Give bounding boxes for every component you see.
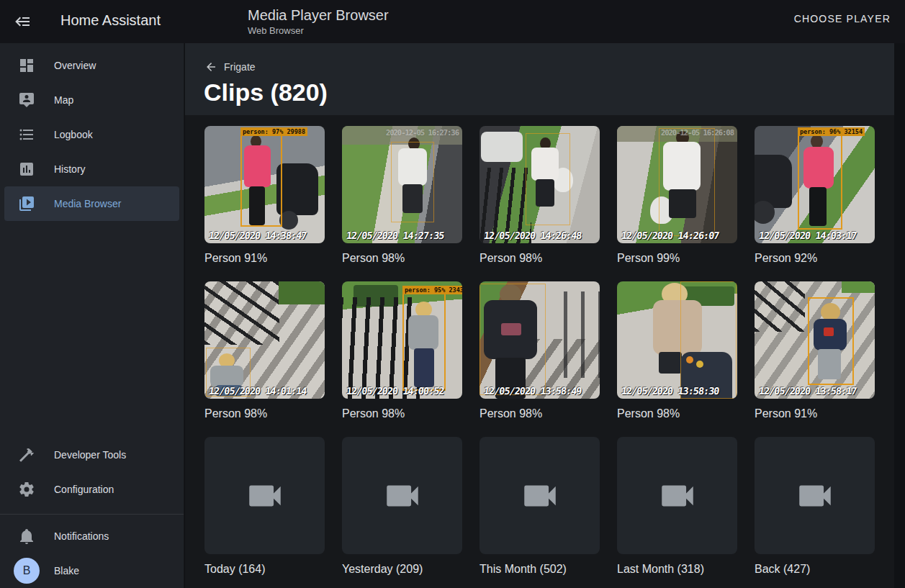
clip-caption: Person 98% bbox=[342, 251, 462, 265]
breadcrumb[interactable]: Frigate bbox=[204, 60, 256, 73]
clip-thumbnail[interactable]: 2020-12-05 16:26:08 12/05/2020 14:26:07 bbox=[617, 126, 737, 243]
scene-art bbox=[279, 281, 325, 304]
clip-caption: Person 98% bbox=[204, 407, 325, 420]
video-camera-icon bbox=[794, 475, 836, 517]
backburger-menu-icon bbox=[14, 13, 32, 30]
sidebar-item-developer-tools[interactable]: Developer Tools bbox=[4, 438, 179, 472]
gear-icon bbox=[18, 481, 35, 498]
sidebar-divider bbox=[0, 514, 184, 515]
sidebar-item-map[interactable]: Map bbox=[4, 83, 179, 117]
sidebar-item-label: History bbox=[54, 163, 86, 175]
page-subtitle: Web Browser bbox=[248, 25, 389, 36]
detection-bbox bbox=[808, 297, 854, 385]
detection-bbox: person: 95% 23432 bbox=[402, 293, 446, 391]
sidebar-item-logbook[interactable]: Logbook bbox=[4, 117, 179, 152]
folder-label: Back (427) bbox=[755, 562, 875, 576]
clip-card[interactable]: 2020-12-05 16:27:36 12/05/2020 14:27:35 … bbox=[342, 126, 462, 265]
sidebar-item-label: Notifications bbox=[54, 530, 109, 542]
scrollbar-track[interactable] bbox=[894, 43, 905, 588]
clip-thumbnail[interactable]: 2020-12-05 16:27:36 12/05/2020 14:27:35 bbox=[342, 126, 462, 243]
timestamp-overlay: 12/05/2020 14:38:47 bbox=[208, 230, 307, 241]
detection-bbox bbox=[526, 133, 570, 225]
folder-label: This Month (502) bbox=[479, 562, 600, 576]
timestamp-overlay: 12/05/2020 14:03:17 bbox=[758, 230, 857, 241]
video-camera-icon bbox=[657, 475, 698, 517]
sidebar-item-label: Configuration bbox=[54, 484, 114, 495]
clip-card[interactable]: 12/05/2020 14:01:14 Person 98% bbox=[204, 281, 325, 420]
sidebar-item-media-browser[interactable]: Media Browser bbox=[4, 186, 179, 221]
folder-thumbnail[interactable] bbox=[755, 437, 875, 554]
clip-thumbnail[interactable]: 12/05/2020 13:58:30 bbox=[617, 281, 737, 399]
folder-card[interactable]: Yesterday (209) bbox=[342, 437, 462, 576]
media-browser-content: Frigate Clips (820) person: 97% 29988 12… bbox=[185, 43, 905, 588]
sidebar-toggle-button[interactable] bbox=[9, 7, 37, 36]
sidebar-nav-list: Overview Map Logbook History Media Brows… bbox=[0, 43, 184, 221]
clip-card[interactable]: person: 95% 23432 12/05/2020 14:00:52 Pe… bbox=[342, 281, 462, 420]
sidebar-item-label: Map bbox=[54, 94, 73, 106]
timestamp-overlay: 12/05/2020 14:26:48 bbox=[483, 230, 582, 241]
video-camera-icon bbox=[519, 475, 561, 517]
clip-thumbnail[interactable]: 12/05/2020 14:01:14 bbox=[204, 281, 325, 399]
clip-thumbnail[interactable]: person: 97% 29988 12/05/2020 14:38:47 bbox=[204, 126, 325, 243]
back-arrow-icon bbox=[204, 60, 217, 73]
timestamp-overlay: 12/05/2020 14:26:07 bbox=[621, 230, 719, 241]
avatar: B bbox=[14, 558, 40, 584]
clip-thumbnail[interactable]: 12/05/2020 13:58:49 bbox=[479, 281, 600, 399]
logbook-list-icon bbox=[18, 126, 35, 143]
folder-card[interactable]: Back (427) bbox=[755, 437, 875, 576]
clip-thumbnail[interactable]: person: 95% 23432 12/05/2020 14:00:52 bbox=[342, 281, 462, 399]
timestamp-overlay: 12/05/2020 13:58:17 bbox=[758, 385, 857, 397]
clip-card[interactable]: 12/05/2020 13:58:30 Person 98% bbox=[617, 281, 737, 420]
detection-label: person: 97% 29988 bbox=[240, 127, 307, 136]
sidebar-item-history[interactable]: History bbox=[4, 152, 179, 186]
clip-caption: Person 92% bbox=[755, 251, 875, 265]
clip-thumbnail[interactable]: 12/05/2020 14:26:48 bbox=[479, 126, 600, 243]
clip-thumbnail[interactable]: 12/05/2020 13:58:17 bbox=[755, 281, 875, 399]
clip-caption: Person 91% bbox=[755, 407, 875, 420]
detection-bbox bbox=[659, 128, 715, 236]
sidebar-item-label: Overview bbox=[54, 60, 96, 71]
detection-bbox bbox=[391, 142, 434, 222]
clip-caption: Person 98% bbox=[479, 407, 600, 420]
scene-art bbox=[481, 132, 523, 162]
camera-corner-timestamp: 2020-12-05 16:27:36 bbox=[386, 128, 459, 137]
sidebar-item-overview[interactable]: Overview bbox=[4, 48, 179, 83]
scene-art bbox=[564, 291, 600, 378]
scene-art bbox=[204, 281, 279, 345]
clip-caption: Person 98% bbox=[342, 407, 462, 420]
map-person-icon bbox=[18, 91, 35, 109]
clip-card[interactable]: 12/05/2020 14:26:48 Person 98% bbox=[479, 126, 600, 265]
sidebar-item-label: Media Browser bbox=[54, 198, 121, 209]
folder-card[interactable]: This Month (502) bbox=[479, 437, 600, 576]
sidebar-item-notifications[interactable]: Notifications bbox=[4, 519, 179, 553]
clip-card[interactable]: 12/05/2020 13:58:49 Person 98% bbox=[479, 281, 600, 420]
clip-card[interactable]: 2020-12-05 16:26:08 12/05/2020 14:26:07 … bbox=[617, 126, 737, 265]
folder-label: Last Month (318) bbox=[617, 562, 737, 576]
folder-thumbnail[interactable] bbox=[342, 437, 462, 554]
clip-card[interactable]: 12/05/2020 13:58:17 Person 91% bbox=[755, 281, 875, 420]
video-camera-icon bbox=[382, 475, 423, 517]
detection-label: person: 95% 23432 bbox=[402, 286, 462, 294]
folder-thumbnail[interactable] bbox=[204, 437, 325, 554]
sidebar-item-user-profile[interactable]: B Blake bbox=[4, 553, 179, 588]
detection-bbox: person: 96% 32154 bbox=[798, 135, 842, 230]
folder-card[interactable]: Today (164) bbox=[204, 437, 325, 576]
sidebar-item-label: Developer Tools bbox=[54, 449, 126, 461]
scene-art bbox=[659, 352, 682, 374]
sidebar-spacer bbox=[0, 221, 184, 438]
timestamp-overlay: 12/05/2020 14:27:35 bbox=[346, 230, 444, 241]
clip-card[interactable]: person: 96% 32154 12/05/2020 14:03:17 Pe… bbox=[755, 126, 875, 265]
app-bar: Home Assistant Media Player Browser Web … bbox=[0, 0, 905, 43]
folder-card[interactable]: Last Month (318) bbox=[617, 437, 737, 576]
hammer-icon bbox=[18, 446, 35, 463]
video-camera-icon bbox=[244, 475, 286, 517]
sidebar-item-configuration[interactable]: Configuration bbox=[4, 472, 179, 507]
choose-player-button[interactable]: CHOOSE PLAYER bbox=[794, 13, 891, 24]
user-name-label: Blake bbox=[54, 565, 79, 576]
clip-thumbnail[interactable]: person: 96% 32154 12/05/2020 14:03:17 bbox=[755, 126, 875, 243]
folder-thumbnail[interactable] bbox=[479, 437, 600, 554]
detection-bbox: person: 97% 29988 bbox=[240, 135, 282, 227]
folder-label: Today (164) bbox=[204, 562, 325, 576]
clip-card[interactable]: person: 97% 29988 12/05/2020 14:38:47 Pe… bbox=[204, 126, 325, 265]
folder-thumbnail[interactable] bbox=[617, 437, 737, 554]
